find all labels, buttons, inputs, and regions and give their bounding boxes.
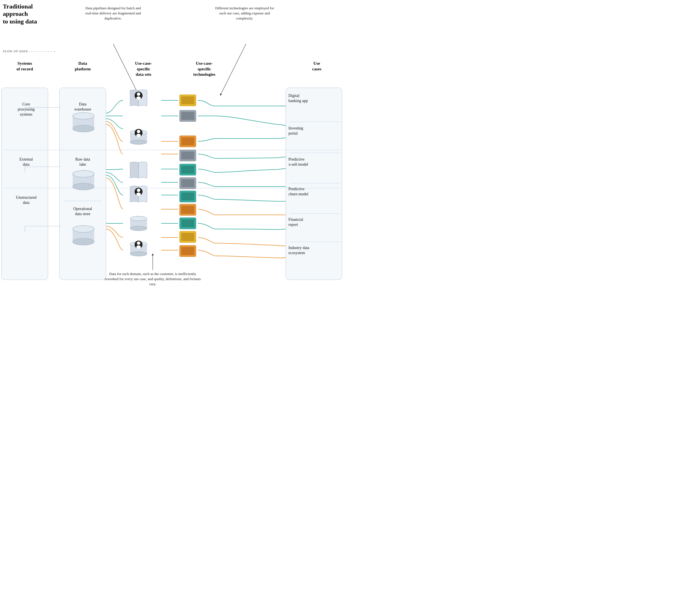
sor-item-unstructured: Unstructureddata [3,195,49,205]
svg-point-42 [130,242,147,246]
col-header-ds: Use-case-specificdata sets [122,61,166,78]
svg-rect-144 [179,204,196,215]
svg-point-33 [137,189,140,192]
svg-rect-60 [179,110,196,122]
svg-rect-172 [179,231,196,243]
uc-item-financial: Financialreport [288,217,342,227]
svg-rect-116 [179,178,196,189]
col-header-dp: Dataplatform [61,61,105,72]
dp-item-lake: Raw datalake [61,157,105,167]
uc-item-digital: Digitalbanking app [288,93,342,104]
svg-rect-103 [181,166,194,174]
svg-point-44 [137,241,140,245]
callout-top-right: Different technologies are employed for … [215,6,274,21]
flow-label: FLOW OF DATA - - - - - - - - - - → [3,49,56,53]
svg-rect-26 [130,132,147,142]
title-text: Traditional approach to using data [3,3,48,25]
svg-point-31 [136,134,141,137]
svg-point-41 [130,251,147,256]
svg-point-28 [130,130,147,135]
uc-item-industry: Industry dataecosystem [288,245,342,256]
svg-rect-187 [181,247,194,255]
col-header-sor: Systemsof record [3,61,47,72]
svg-rect-40 [130,244,147,254]
svg-rect-89 [181,152,194,159]
uc-item-churn: Predictivechurn model [288,186,342,197]
svg-point-39 [130,242,147,246]
svg-point-34 [136,193,141,196]
svg-point-25 [130,130,147,135]
svg-point-23 [137,92,140,96]
title-block: Traditional approach to using data [3,3,48,25]
svg-rect-47 [181,96,194,104]
svg-point-27 [130,140,147,145]
svg-rect-173 [181,233,194,241]
svg-point-9 [137,99,140,102]
callout-top-left: Data pipelines designed for batch and re… [85,6,142,21]
svg-point-29 [135,129,143,137]
svg-point-35 [130,216,147,221]
col-header-tech: Use-case-specifictechnologies [179,61,229,78]
svg-point-45 [136,245,141,249]
sor-divider-1 [4,150,341,150]
svg-rect-158 [179,218,196,229]
sor-item-external: Externaldata [3,157,49,167]
svg-rect-186 [179,245,196,257]
dp-divider-1 [64,150,102,150]
svg-rect-61 [181,112,194,120]
svg-point-38 [130,216,147,221]
svg-point-22 [135,92,143,100]
svg-rect-145 [181,206,194,214]
uc-divider-5 [290,242,341,242]
uc-item-xsell: Predictivex-sell model [288,157,342,167]
callout-bottom: Data for each domain, such as the custom… [102,271,203,287]
uc-divider-3 [290,183,341,183]
box-dp [59,88,106,280]
svg-rect-75 [181,137,194,145]
uc-divider-2 [290,153,341,153]
sor-item-core: Coreprocessingsystems [3,102,49,117]
col-header-uc: Usecases [288,61,345,72]
uc-divider-1 [290,122,341,122]
svg-rect-46 [179,95,196,106]
svg-point-32 [135,188,143,196]
svg-rect-36 [130,219,147,228]
svg-rect-88 [179,150,196,161]
svg-point-37 [130,226,147,231]
uc-item-investing: Investingportal [288,126,342,136]
svg-rect-117 [181,179,194,187]
svg-rect-102 [179,164,196,175]
svg-point-43 [135,241,143,248]
svg-rect-74 [179,136,196,147]
svg-rect-159 [181,219,194,227]
svg-point-24 [136,96,141,100]
dp-item-warehouse: Datawarehouse [61,102,105,112]
svg-rect-130 [179,191,196,202]
svg-rect-131 [181,193,194,200]
svg-point-30 [137,130,140,133]
dp-divider-2 [64,201,102,201]
diagram-container: Traditional approach to using data FLOW … [0,0,345,308]
dp-item-ops: Operationaldata store [61,206,105,217]
